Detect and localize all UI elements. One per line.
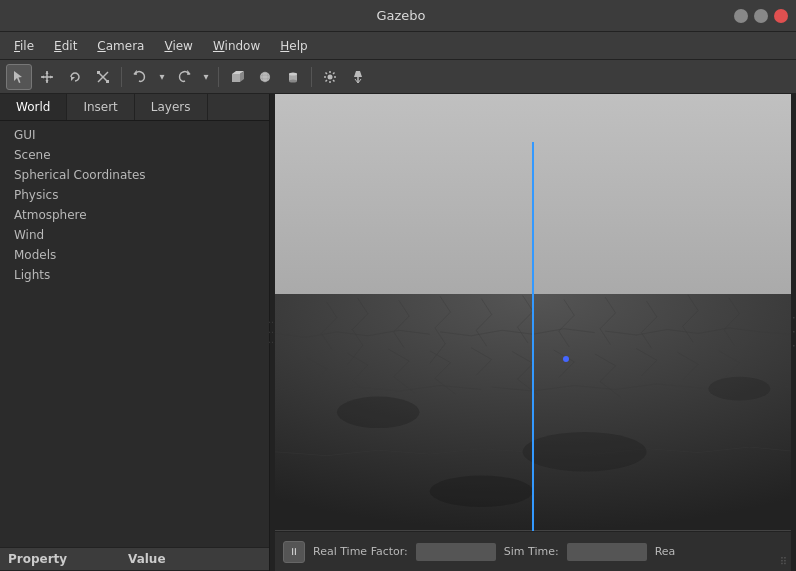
separator-1 bbox=[121, 67, 122, 87]
menu-camera[interactable]: Camera bbox=[89, 36, 152, 56]
resize-indicator: ⠿ bbox=[780, 556, 787, 567]
svg-rect-10 bbox=[97, 71, 100, 74]
svg-line-27 bbox=[333, 80, 335, 82]
tab-world[interactable]: World bbox=[0, 94, 67, 120]
property-table: Property Value bbox=[0, 547, 269, 571]
svg-rect-11 bbox=[106, 80, 109, 83]
window-controls: — □ ✕ bbox=[734, 9, 788, 23]
svg-line-29 bbox=[326, 80, 328, 82]
minimize-button[interactable]: — bbox=[734, 9, 748, 23]
svg-marker-3 bbox=[46, 71, 49, 74]
list-item-scene[interactable]: Scene bbox=[0, 145, 269, 165]
right-resize-handle[interactable]: ⋮⋮⋮ bbox=[791, 94, 796, 571]
svg-marker-6 bbox=[50, 75, 53, 78]
axis-line bbox=[532, 142, 534, 531]
list-item-wind[interactable]: Wind bbox=[0, 225, 269, 245]
undo-button[interactable] bbox=[127, 64, 153, 90]
simtime-label: Sim Time: bbox=[504, 545, 559, 558]
list-item-atmosphere[interactable]: Atmosphere bbox=[0, 205, 269, 225]
svg-rect-12 bbox=[232, 74, 240, 82]
list-item-models[interactable]: Models bbox=[0, 245, 269, 265]
pause-button[interactable]: ⏸ bbox=[283, 541, 305, 563]
svg-marker-4 bbox=[46, 80, 49, 83]
rotate-tool-button[interactable] bbox=[62, 64, 88, 90]
list-item-gui[interactable]: GUI bbox=[0, 125, 269, 145]
app-title: Gazebo bbox=[68, 8, 734, 23]
list-item-lights[interactable]: Lights bbox=[0, 265, 269, 285]
list-item-spherical-coords[interactable]: Spherical Coordinates bbox=[0, 165, 269, 185]
tab-layers[interactable]: Layers bbox=[135, 94, 208, 120]
title-bar: Gazebo — □ ✕ bbox=[0, 0, 796, 32]
svg-marker-0 bbox=[14, 71, 22, 83]
sphere-shape-button[interactable] bbox=[252, 64, 278, 90]
app-body: ▾ ▾ bbox=[0, 60, 796, 571]
cylinder-shape-button[interactable] bbox=[280, 64, 306, 90]
redo-dropdown[interactable]: ▾ bbox=[199, 64, 213, 90]
svg-point-35 bbox=[337, 397, 420, 429]
close-button[interactable]: ✕ bbox=[774, 9, 788, 23]
real-label: Rea bbox=[655, 545, 676, 558]
menu-window[interactable]: Window bbox=[205, 36, 268, 56]
value-col-header: Value bbox=[120, 548, 174, 570]
toolbar: ▾ ▾ bbox=[0, 60, 796, 94]
left-panel: World Insert Layers GUI Scene Spherical … bbox=[0, 94, 270, 571]
undo-dropdown[interactable]: ▾ bbox=[155, 64, 169, 90]
svg-marker-30 bbox=[354, 71, 362, 77]
menu-bar: File Edit Camera View Window Help bbox=[0, 32, 796, 60]
tab-bar: World Insert Layers bbox=[0, 94, 269, 121]
list-item-physics[interactable]: Physics bbox=[0, 185, 269, 205]
realtime-value bbox=[416, 543, 496, 561]
svg-point-37 bbox=[708, 377, 770, 401]
select-tool-button[interactable] bbox=[6, 64, 32, 90]
realtime-label: Real Time Factor: bbox=[313, 545, 408, 558]
svg-line-26 bbox=[326, 72, 328, 74]
svg-marker-5 bbox=[41, 75, 44, 78]
sun-light-button[interactable] bbox=[317, 64, 343, 90]
spot-light-button[interactable] bbox=[345, 64, 371, 90]
property-header: Property Value bbox=[0, 548, 269, 571]
status-bar: ⏸ Real Time Factor: Sim Time: Rea bbox=[275, 531, 791, 571]
menu-view[interactable]: View bbox=[156, 36, 200, 56]
menu-file[interactable]: File bbox=[6, 36, 42, 56]
separator-2 bbox=[218, 67, 219, 87]
svg-point-21 bbox=[328, 74, 333, 79]
panel-list: GUI Scene Spherical Coordinates Physics … bbox=[0, 121, 269, 547]
svg-point-19 bbox=[289, 72, 297, 75]
svg-line-28 bbox=[333, 72, 335, 74]
menu-help[interactable]: Help bbox=[272, 36, 315, 56]
viewport[interactable]: ⏸ Real Time Factor: Sim Time: Rea ⠿ bbox=[275, 94, 791, 571]
simtime-value bbox=[567, 543, 647, 561]
property-col-header: Property bbox=[0, 548, 120, 570]
scale-tool-button[interactable] bbox=[90, 64, 116, 90]
maximize-button[interactable]: □ bbox=[754, 9, 768, 23]
svg-point-36 bbox=[523, 432, 647, 471]
translate-tool-button[interactable] bbox=[34, 64, 60, 90]
svg-point-38 bbox=[430, 476, 533, 508]
box-shape-button[interactable] bbox=[224, 64, 250, 90]
content-area: World Insert Layers GUI Scene Spherical … bbox=[0, 94, 796, 571]
tab-insert[interactable]: Insert bbox=[67, 94, 134, 120]
svg-point-15 bbox=[260, 72, 270, 82]
svg-marker-7 bbox=[71, 77, 75, 81]
separator-3 bbox=[311, 67, 312, 87]
menu-edit[interactable]: Edit bbox=[46, 36, 85, 56]
redo-button[interactable] bbox=[171, 64, 197, 90]
svg-point-20 bbox=[289, 79, 297, 82]
